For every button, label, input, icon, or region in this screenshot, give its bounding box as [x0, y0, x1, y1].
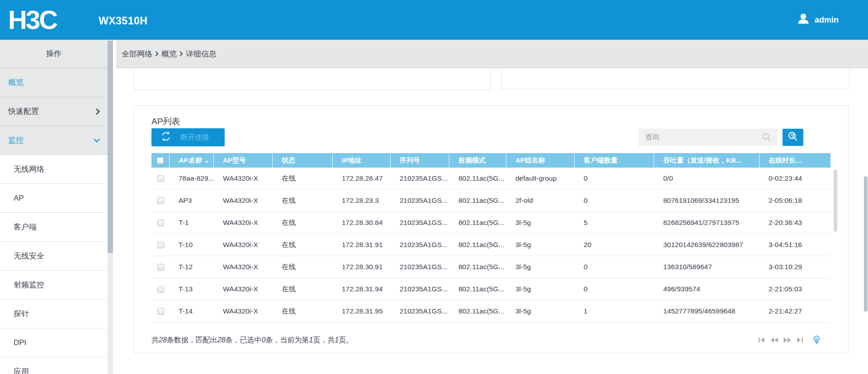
column-header-7[interactable]: 客户端数量 — [575, 153, 654, 168]
column-header-8[interactable]: 吞吐量（发送/接收，KB... — [654, 153, 760, 168]
prev-page-button[interactable] — [770, 337, 778, 343]
cell-4-8: 136310/589647 — [654, 263, 760, 271]
cell-1-7: 0 — [575, 196, 654, 205]
chevron-right-icon — [95, 97, 100, 126]
user-menu[interactable]: admin — [797, 0, 839, 40]
sidebar-item-2[interactable]: 监控 — [0, 126, 108, 155]
select-all-checkbox[interactable] — [151, 153, 170, 168]
disconnect-button[interactable]: 断开连接 — [180, 133, 209, 142]
sidebar-item-3[interactable]: 无线网络 — [0, 155, 108, 184]
cell-4-0: T-12 — [170, 263, 214, 271]
row-checkbox[interactable] — [151, 286, 170, 293]
cell-3-3: 172.28.31.91 — [333, 241, 391, 249]
sidebar-item-1[interactable]: 快速配置 — [0, 97, 108, 126]
cell-6-7: 1 — [575, 307, 654, 315]
sidebar-item-5[interactable]: 客户端 — [0, 213, 108, 242]
cell-4-9: 3-03:10:29 — [760, 263, 830, 271]
cell-3-8: 30120142639/622803987 — [654, 241, 760, 249]
cell-4-1: WA4320i-X — [214, 263, 273, 271]
column-header-4[interactable]: 序列号 — [391, 153, 449, 168]
row-checkbox[interactable] — [151, 308, 170, 315]
cell-5-6: 3l-5g — [506, 285, 575, 293]
cell-5-7: 0 — [575, 285, 654, 293]
sidebar-item-label: 客户端 — [14, 223, 37, 231]
table-row[interactable]: 78aa-829...WA4320i-X在线172.28.28.47210235… — [151, 168, 830, 190]
row-checkbox[interactable] — [151, 220, 170, 226]
cell-3-6: 3l-5g — [506, 241, 575, 249]
cell-5-1: WA4320i-X — [214, 285, 273, 293]
row-checkbox[interactable] — [151, 175, 170, 182]
cell-5-5: 802.11ac(5G... — [449, 285, 506, 293]
table-row[interactable]: T-14WA4320i-X在线172.28.31.95210235A1GS...… — [151, 300, 830, 323]
cell-3-9: 3-04:51:16 — [760, 241, 830, 249]
sidebar-item-10[interactable]: 应用 — [0, 357, 108, 374]
column-header-6[interactable]: AP组名称 — [506, 153, 575, 168]
sidebar-item-0[interactable]: 概览 — [0, 68, 108, 97]
cell-5-0: T-13 — [170, 285, 214, 293]
cell-4-7: 0 — [575, 263, 654, 271]
sidebar-menu: 概览快速配置监控无线网络AP客户端无线安全射频监控探针DPI应用 — [0, 68, 108, 374]
sidebar: 操作 概览快速配置监控无线网络AP客户端无线安全射频监控探针DPI应用 — [0, 40, 108, 374]
summary-text: 条，当前为第 — [266, 336, 309, 345]
next-page-button[interactable] — [783, 337, 791, 343]
refresh-icon — [160, 131, 172, 144]
cell-2-0: T-1 — [170, 219, 214, 227]
sidebar-item-8[interactable]: 探针 — [0, 299, 108, 328]
cell-0-7: 0 — [575, 174, 654, 182]
breadcrumb-separator-icon — [179, 51, 183, 56]
row-checkbox[interactable] — [151, 242, 170, 248]
lightbulb-icon[interactable] — [813, 336, 820, 345]
table-row[interactable]: T-13WA4320i-X在线172.28.31.94210235A1GS...… — [151, 278, 830, 300]
checkbox-icon — [157, 308, 164, 315]
cell-2-6: 3l-5g — [506, 219, 575, 227]
checkbox-icon — [157, 286, 164, 293]
cell-6-8: 1452777895/46599648 — [654, 307, 760, 315]
sidebar-item-7[interactable]: 射频监控 — [0, 271, 108, 299]
column-header-5[interactable]: 射频模式 — [449, 153, 506, 168]
cell-0-6: default-group — [506, 174, 575, 182]
cell-6-6: 3l-5g — [506, 307, 575, 315]
column-header-2[interactable]: 状态 — [273, 153, 333, 168]
column-header-1[interactable]: AP型号 — [214, 153, 273, 168]
table-scrollbar[interactable] — [833, 168, 838, 319]
pagination — [758, 333, 820, 347]
page-scrollbar-thumb[interactable] — [864, 176, 868, 312]
cell-1-3: 172.28.23.3 — [333, 196, 391, 205]
last-page-button[interactable] — [797, 337, 803, 343]
username: admin — [815, 15, 839, 25]
table-row[interactable]: T-1WA4320i-X在线172.28.30.84210235A1GS...8… — [151, 212, 830, 234]
summary-number: 0 — [262, 336, 266, 344]
panel-title: AP列表 — [151, 116, 180, 127]
breadcrumb-item-1[interactable]: 概览 — [161, 49, 177, 59]
row-checkbox[interactable] — [151, 197, 170, 204]
breadcrumb-item-0[interactable]: 全部网络 — [122, 49, 152, 59]
sidebar-scrollbar[interactable] — [108, 40, 113, 374]
refresh-button[interactable] — [151, 128, 180, 146]
sidebar-item-4[interactable]: AP — [0, 184, 108, 213]
sidebar-item-6[interactable]: 无线安全 — [0, 242, 108, 271]
row-checkbox[interactable] — [151, 264, 170, 271]
summary-number: 28 — [159, 336, 167, 344]
table-scrollbar-thumb[interactable] — [834, 169, 837, 232]
breadcrumb-item-2[interactable]: 详细信息 — [186, 49, 217, 59]
table-row[interactable]: T-10WA4320i-X在线172.28.31.91210235A1GS...… — [151, 234, 830, 256]
sidebar-item-label: 探针 — [14, 309, 29, 318]
sidebar-item-label: 无线安全 — [14, 252, 44, 260]
summary-text: 条数据，匹配出 — [167, 336, 217, 345]
table-row[interactable]: AP3WA4320i-X在线172.28.23.3210235A1GS...80… — [151, 190, 830, 212]
sidebar-item-9[interactable]: DPI — [0, 328, 108, 357]
advanced-search-button[interactable] — [783, 129, 803, 146]
cell-6-5: 802.11ac(5G... — [449, 307, 506, 315]
search-input[interactable]: 查询 — [639, 129, 777, 146]
column-header-3[interactable]: IP地址 — [333, 153, 391, 168]
column-header-9[interactable]: 在线时长... — [760, 153, 830, 168]
checkbox-icon — [157, 197, 164, 204]
summary-text: 页。 — [339, 336, 353, 345]
table-row[interactable]: T-12WA4320i-X在线172.28.30.91210235A1GS...… — [151, 256, 830, 278]
summary-text: 页，共 — [313, 336, 335, 345]
breadcrumb-separator-icon — [155, 51, 159, 56]
cell-1-0: AP3 — [170, 196, 214, 205]
first-page-button[interactable] — [758, 337, 765, 343]
column-header-0[interactable]: AP名称▲ — [170, 153, 214, 168]
sidebar-scrollbar-thumb[interactable] — [108, 41, 113, 253]
